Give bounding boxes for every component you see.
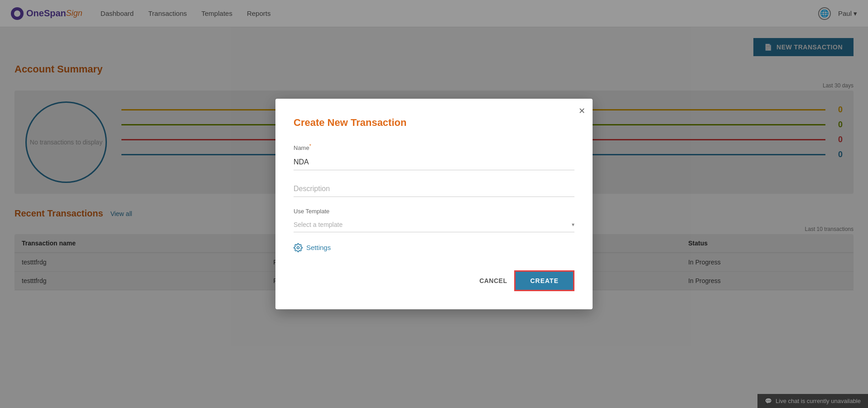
create-transaction-modal: ✕ Create New Transaction Name* Use Templ… — [275, 99, 593, 309]
modal-close-button[interactable]: ✕ — [579, 106, 585, 116]
template-select-wrapper: Select a template ▾ — [294, 217, 574, 232]
modal-actions: CANCEL CREATE — [294, 270, 574, 291]
description-form-group — [294, 181, 574, 197]
template-select[interactable]: Select a template — [294, 217, 574, 232]
template-form-group: Use Template Select a template ▾ — [294, 208, 574, 232]
name-label: Name* — [294, 143, 574, 151]
modal-title: Create New Transaction — [294, 117, 574, 129]
create-button[interactable]: CREATE — [514, 270, 574, 291]
settings-label: Settings — [306, 244, 331, 251]
gear-icon — [294, 243, 303, 252]
svg-point-0 — [297, 246, 299, 249]
modal-overlay: ✕ Create New Transaction Name* Use Templ… — [0, 0, 868, 408]
cancel-button[interactable]: CANCEL — [479, 277, 507, 284]
name-form-group: Name* — [294, 143, 574, 170]
name-input[interactable] — [294, 154, 574, 170]
settings-link[interactable]: Settings — [294, 243, 574, 252]
use-template-label: Use Template — [294, 208, 574, 215]
description-input[interactable] — [294, 181, 574, 197]
